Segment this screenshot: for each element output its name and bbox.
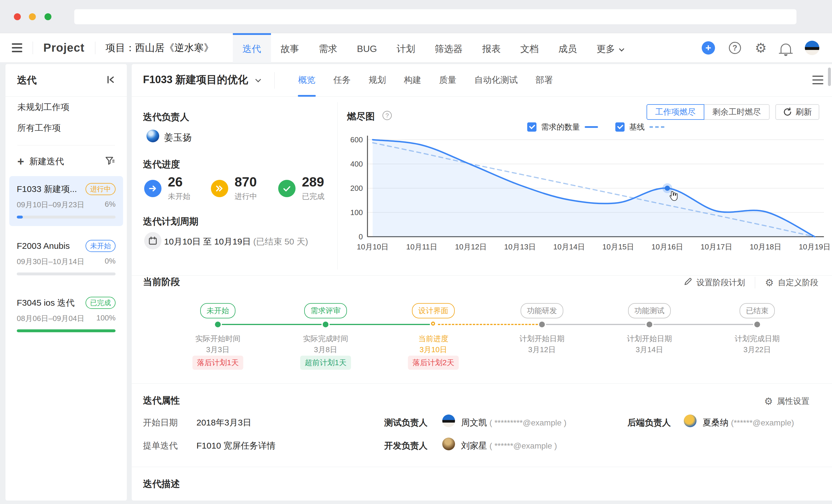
new-iteration-button[interactable]: 新建迭代	[29, 156, 64, 167]
settings-gear-icon[interactable]: ⚙	[755, 41, 767, 55]
legend-demand-count[interactable]: 需求的数量	[527, 122, 598, 132]
nav-tab-filter[interactable]: 筛选器	[425, 33, 472, 63]
svg-text:200: 200	[350, 184, 363, 193]
dev-owner-name[interactable]: 刘家星 ( ******@example )	[461, 440, 557, 452]
dev-owner-email: ( ******@example )	[489, 441, 557, 450]
stage-pill-notstarted[interactable]: 未开始	[200, 303, 235, 318]
tab-planning[interactable]: 规划	[360, 64, 395, 97]
checkbox-checked-icon[interactable]	[615, 122, 625, 132]
iteration-dates: 09月30日–10月14日	[17, 257, 84, 267]
divider	[132, 275, 832, 276]
iteration-card-f2003[interactable]: F2003 Anubis 未开始 09月30日–10月14日 0%	[9, 233, 123, 283]
tab-quality[interactable]: 质量	[430, 64, 465, 97]
detail-tabs: 概览 任务 规划 构建 质量 自动化测试 部署	[289, 64, 562, 97]
iteration-card-f3045[interactable]: F3045 ios 迭代 已完成 08月06日–09月04日 100%	[9, 290, 123, 340]
help-icon[interactable]: ?	[729, 42, 741, 54]
ticket-iteration-value[interactable]: F1010 宽屏任务详情	[197, 440, 275, 452]
iteration-sidebar: 迭代 未规划工作项 所有工作项 + 新建迭代 F1033 新建项... 进行中	[5, 64, 127, 501]
divider	[275, 72, 275, 89]
arrow-right-icon	[144, 180, 161, 197]
top-navbar: Project 项目：西山居《逆水寒》 迭代 故事 需求 BUG 计划 筛选器 …	[0, 33, 832, 63]
window-minimize-button[interactable]	[29, 13, 36, 20]
owner-avatar	[147, 130, 159, 142]
set-stage-plan-button[interactable]: 设置阶段计划	[697, 277, 745, 288]
help-icon[interactable]: ?	[383, 111, 392, 120]
refresh-button[interactable]: 刷新	[775, 104, 819, 120]
user-avatar[interactable]	[805, 41, 819, 55]
sidebar-item-all[interactable]: 所有工作项	[5, 117, 127, 138]
stage-pill-dev[interactable]: 功能研发	[521, 303, 563, 318]
nav-tab-iteration[interactable]: 迭代	[233, 33, 271, 63]
stage-pill-test[interactable]: 功能测试	[628, 303, 671, 318]
nav-tab-plan[interactable]: 计划	[387, 33, 425, 63]
tab-autotest[interactable]: 自动化测试	[465, 64, 527, 97]
browser-address-bar[interactable]	[74, 9, 797, 24]
navbar-actions: + ? ⚙	[702, 41, 819, 55]
nav-tab-more[interactable]: 更多	[587, 33, 632, 63]
custom-stage-button[interactable]: 自定义阶段	[778, 277, 818, 288]
tab-build[interactable]: 构建	[395, 64, 430, 97]
sidebar-header: 迭代	[5, 64, 127, 97]
iteration-percent: 6%	[105, 200, 115, 210]
stage-pill-review[interactable]: 需求评审	[304, 303, 347, 318]
calendar-icon	[144, 232, 161, 249]
dashed-line-swatch	[649, 126, 665, 128]
sidebar-item-unplanned[interactable]: 未规划工作项	[5, 97, 127, 117]
timeline-segment	[653, 324, 753, 325]
timeline-dot	[323, 321, 329, 327]
nav-tab-report[interactable]: 报表	[472, 33, 511, 63]
stage-pill-design[interactable]: 设计界面	[412, 303, 455, 318]
tab-tasks[interactable]: 任务	[324, 64, 360, 97]
test-owner-label: 测试负责人	[384, 417, 427, 429]
stage-date: 3月22日	[711, 345, 803, 355]
backend-owner-name[interactable]: 夏桑纳 (******@example)	[703, 417, 794, 429]
nav-tab-members[interactable]: 成员	[549, 33, 587, 63]
svg-text:100: 100	[350, 208, 363, 217]
project-breadcrumb[interactable]: 项目：西山居《逆水寒》	[106, 41, 214, 55]
iteration-card-f1033[interactable]: F1033 新建项... 进行中 09月10日–09月23日 6%	[9, 176, 123, 226]
legend-baseline[interactable]: 基线	[615, 122, 665, 132]
owner-name[interactable]: 姜玉扬	[164, 131, 192, 144]
window-zoom-button[interactable]	[45, 13, 51, 20]
start-date-value: 2018年3月3日	[197, 417, 251, 429]
nav-tab-requirement[interactable]: 需求	[309, 33, 347, 63]
tab-overview[interactable]: 概览	[289, 64, 324, 97]
period-section-label: 迭代计划周期	[143, 215, 199, 228]
collapse-sidebar-icon[interactable]	[106, 75, 115, 85]
stage-info-label: 实际开始时间	[172, 334, 264, 344]
timeline-segment	[546, 324, 645, 325]
divider	[33, 41, 33, 54]
notification-bell-icon[interactable]	[781, 44, 791, 53]
toggle-hours-burndown[interactable]: 剩余工时燃尽	[704, 104, 770, 120]
gear-icon: ⚙	[765, 277, 774, 288]
test-owner-name[interactable]: 周文凯 ( *********@example )	[461, 417, 567, 429]
divider	[17, 145, 115, 145]
filter-funnel-icon[interactable]	[105, 156, 115, 167]
scrollbar-thumb[interactable]	[828, 67, 831, 86]
svg-text:10月15日: 10月15日	[602, 243, 634, 251]
desc-section-title: 迭代描述	[143, 478, 180, 491]
nav-tab-bug[interactable]: BUG	[347, 33, 387, 63]
stage-date: 3月14日	[603, 345, 696, 355]
tab-deploy[interactable]: 部署	[527, 64, 562, 97]
window-close-button[interactable]	[14, 13, 21, 20]
iteration-detail-title[interactable]: F1033 新建项目的优化	[143, 73, 259, 87]
stage-pill-end[interactable]: 已结束	[739, 303, 775, 318]
create-button[interactable]: +	[702, 41, 715, 55]
hamburger-menu-icon[interactable]	[12, 43, 22, 52]
props-settings-button[interactable]: 属性设置	[777, 396, 809, 407]
plus-icon: +	[17, 156, 24, 167]
nav-tab-story[interactable]: 故事	[271, 33, 309, 63]
toggle-workitem-burndown[interactable]: 工作项燃尽	[647, 104, 704, 120]
new-iteration-row: + 新建迭代	[5, 152, 127, 170]
stat-label: 未开始	[168, 191, 190, 201]
checkbox-checked-icon[interactable]	[527, 122, 537, 132]
period-range: 10月10日 至 10月19日 (已结束 50 天)	[164, 236, 308, 248]
burndown-chart[interactable]: 010020040060010月10日10月11日10月12日10月13日10月…	[345, 133, 829, 257]
svg-text:10月19日: 10月19日	[799, 243, 829, 251]
stat-value: 26	[168, 175, 190, 189]
nav-tab-docs[interactable]: 文档	[511, 33, 549, 63]
list-view-icon[interactable]	[812, 76, 823, 84]
timeline-dot	[647, 321, 652, 327]
chart-legend: 需求的数量 基线	[367, 122, 824, 132]
